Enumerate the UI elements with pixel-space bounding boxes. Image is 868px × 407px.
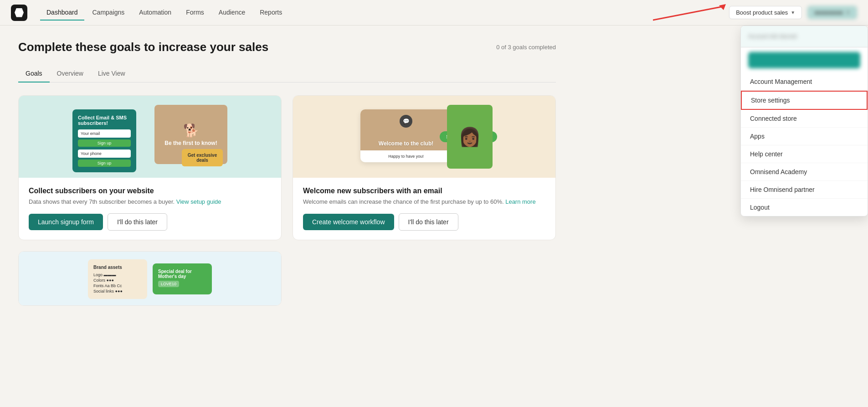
welcome-card-header: 💬 Welcome to the club! [360,109,452,150]
person-image-mockup: 👩🏾 [447,105,493,169]
card-collect-body: Collect subscribers on your website Data… [19,178,281,240]
mockup-deal-card: Get exclusive deals [182,149,223,166]
deal-title: Get exclusive deals [185,153,219,163]
learn-more-link[interactable]: Learn more [505,198,535,205]
dropdown-account-management[interactable]: Account Management [741,73,868,91]
dropdown-omnisend-academy[interactable]: Omnisend Academy [741,163,868,181]
boost-label: Boost product sales [736,9,788,16]
card-welcome-body: Welcome new subscribers with an email We… [293,178,555,240]
dropdown-connected-store[interactable]: Connected store [741,110,868,128]
nav-item-dashboard[interactable]: Dashboard [40,5,84,21]
chevron-down-icon: ▼ [791,10,795,15]
card-collect-title: Collect subscribers on your website [29,187,271,195]
card-collect-desc: Data shows that every 7th subscriber bec… [29,198,271,206]
signup-email-input: Your email [78,129,131,138]
dropdown-store-settings[interactable]: Store settings [741,91,868,110]
nav-item-audience[interactable]: Audience [212,5,252,21]
brand-assets-mockup: Brand assets Logo ▬▬▬ Colors ●●● Fonts A… [88,259,212,299]
do-this-later-button-2[interactable]: I'll do this later [399,213,458,231]
signup-btn-2: Sign up [78,160,131,167]
promo-code: LOVE10 [158,281,179,287]
card-welcome-image: 💬 Welcome to the club! Happy to have you… [293,96,555,178]
dropdown-header: Account info blurred [741,26,868,47]
card-third-image: Brand assets Logo ▬▬▬ Colors ●●● Fonts A… [19,252,281,306]
nav-item-automation[interactable]: Automation [133,5,178,21]
tab-overview[interactable]: Overview [50,65,91,82]
launch-signup-form-button[interactable]: Launch signup form [29,214,103,230]
tab-goals[interactable]: Goals [18,65,50,82]
signup-mockup: 🐕 Be the first to know! Collect Email & … [63,100,236,173]
dropdown-plan-block [748,52,860,68]
chevron-down-icon-account: ▼ [846,10,850,15]
goals-cards-grid: 🐕 Be the first to know! Collect Email & … [18,95,556,306]
card-welcome-actions: Create welcome workflow I'll do this lat… [303,213,545,231]
brand-assets-list: Logo ▬▬▬ Colors ●●● Fonts Aa Bb Cc Socia… [93,273,142,294]
page-header: Complete these goals to increase your sa… [18,40,556,54]
boost-product-sales-button[interactable]: Boost product sales ▼ [729,6,802,19]
welcome-mockup: 💬 Welcome to the club! Happy to have you… [342,100,506,173]
dropdown-apps[interactable]: Apps [741,128,868,145]
card-welcome-title: Welcome new subscribers with an email [303,187,545,195]
dog-emoji: 🐕 [183,123,199,138]
main-content: Complete these goals to increase your sa… [0,26,574,320]
welcome-email-card: 💬 Welcome to the club! Happy to have you… [360,109,452,162]
account-label: ●●●●●●●● [814,9,843,16]
brand-assets-card: Brand assets Logo ▬▬▬ Colors ●●● Fonts A… [88,259,147,299]
welcome-chat-icon: 💬 [400,115,412,128]
do-this-later-button-1[interactable]: I'll do this later [108,213,167,231]
nav-item-forms[interactable]: Forms [180,5,211,21]
main-nav: Dashboard Campaigns Automation Forms Aud… [40,5,729,21]
popup-title: Be the first to know! [164,140,217,146]
card-collect-image: 🐕 Be the first to know! Collect Email & … [19,96,281,178]
goals-progress: 0 of 3 goals completed [496,44,556,51]
promo-email-card: Special deal for Mother's day LOVE10 [153,263,212,294]
signup-form-title: Collect Email & SMS subscribers! [78,115,131,126]
dropdown-account-info: Account info blurred [748,33,860,40]
tab-live-view[interactable]: Live View [91,65,133,82]
app-logo [11,5,27,21]
signup-phone-input: Your phone [78,149,131,158]
header: Dashboard Campaigns Automation Forms Aud… [0,0,868,26]
nav-item-reports[interactable]: Reports [253,5,288,21]
page-title: Complete these goals to increase your sa… [18,40,268,54]
nav-item-campaigns[interactable]: Campaigns [86,5,131,21]
dropdown-logout[interactable]: Logout [741,199,868,216]
header-right: Boost product sales ▼ ●●●●●●●● ▼ [729,6,857,19]
account-dropdown-menu: Account info blurred Account Management … [740,26,868,216]
card-welcome-desc: Welcome emails can increase the chance o… [303,198,545,206]
dropdown-hire-partner[interactable]: Hire Omnisend partner [741,181,868,199]
brand-assets-title: Brand assets [93,265,142,270]
welcome-card-body: Happy to have you! [360,150,452,162]
card-collect-subscribers: 🐕 Be the first to know! Collect Email & … [18,95,282,240]
card-third: Brand assets Logo ▬▬▬ Colors ●●● Fonts A… [18,251,282,306]
view-setup-guide-link[interactable]: View setup guide [176,198,221,205]
card-welcome-subscribers: 💬 Welcome to the club! Happy to have you… [293,95,556,240]
dropdown-help-center[interactable]: Help center [741,145,868,163]
mockup-signup-form: Collect Email & SMS subscribers! Your em… [72,109,136,172]
card-collect-actions: Launch signup form I'll do this later [29,213,271,231]
welcome-header-text: Welcome to the club! [379,140,433,147]
create-welcome-workflow-button[interactable]: Create welcome workflow [303,214,394,230]
signup-btn: Sign up [78,139,131,147]
account-button[interactable]: ●●●●●●●● ▼ [807,6,857,19]
tabs-bar: Goals Overview Live View [18,65,556,82]
